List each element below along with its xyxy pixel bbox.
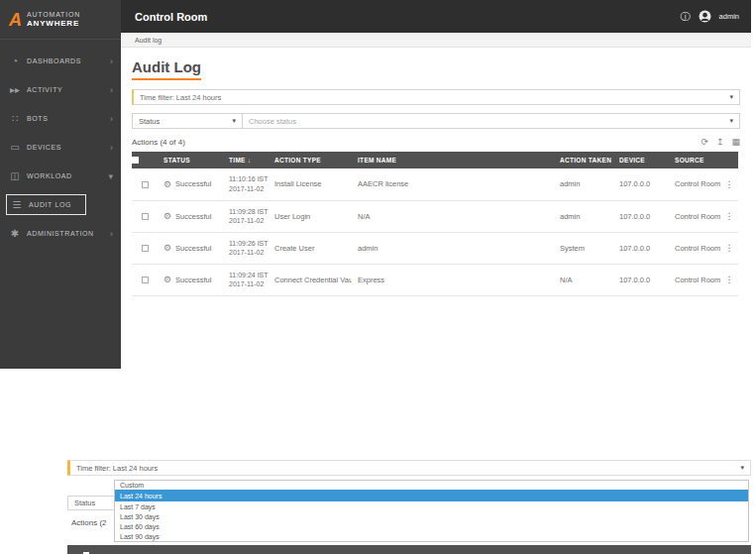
sort-descending-icon[interactable]: ↓ [248,157,252,164]
choose-status-select[interactable]: Choose status ▾ [242,113,740,129]
table-row[interactable]: ⚙Successful 11:10:16 IST2017-11-02 Insta… [132,168,738,200]
audit-log-icon: ☰ [10,199,24,210]
columns-icon[interactable]: ▦ [731,138,740,147]
sidebar-item-bots[interactable]: ∷ BOTS › [0,104,121,133]
source-value: Control Room [669,264,720,295]
row-checkbox[interactable] [142,245,149,252]
time-filter-options-list: Custom Last 24 hours Last 7 days Last 30… [114,480,749,542]
time-value: 11:10:16 IST [229,174,269,183]
option-last-24-hours[interactable]: Last 24 hours [115,490,748,501]
sidebar-item-label: DEVICES [27,144,110,151]
export-icon[interactable]: ↥ [716,138,724,147]
info-icon[interactable]: ⓘ [681,10,691,24]
status-select-label: Status [139,117,160,126]
user-avatar-icon[interactable] [699,10,711,23]
row-menu-icon[interactable]: ⋮ [725,179,734,189]
sidebar-item-label: BOTS [27,115,110,122]
option-last-60-days[interactable]: Last 60 days [115,521,748,531]
bot-status-icon: ⚙ [163,243,171,253]
logo-line2: ANYWHERE [27,19,80,28]
action-type-value: Install License [269,168,352,200]
time-value: 11:09:26 IST [229,239,269,248]
chevron-right-icon: › [110,85,113,95]
sidebar-nav: ◔ DASHBOARDS › ▸▸ ACTIVITY › ∷ BOTS › ▭ … [0,40,121,248]
row-menu-icon[interactable]: ⋮ [725,243,734,253]
table-row[interactable]: ⚙Successful 11:09:28 IST2017-11-02 User … [132,200,738,232]
chevron-right-icon: › [110,114,113,124]
table-row[interactable]: ⚙Successful 11:09:24 IST2017-11-02 Conne… [132,264,738,295]
device-value: 107.0.0.0 [613,264,669,295]
window-title: Control Room [135,11,207,23]
timefilter-dropdown-fragment: Time filter: Last 24 hours ▾ Status Acti… [67,460,751,554]
column-header-action-type: ACTION TYPE [269,152,352,168]
time-filter-select[interactable]: Time filter: Last 24 hours ▾ [132,89,740,105]
time-value: 11:09:24 IST [229,271,269,279]
status-value: Successful [175,179,211,188]
date-value: 2017-11-02 [229,248,269,257]
row-menu-icon[interactable]: ⋮ [725,211,734,221]
chevron-right-icon: › [110,143,113,153]
column-header-action-taken-by: ACTION TAKEN BY [554,152,613,168]
time-value: 11:09:28 IST [229,207,269,216]
column-header-time: TIME ↓ [223,152,269,168]
row-checkbox[interactable] [142,277,149,283]
chevron-down-icon: ▾ [729,93,733,101]
status-value: Successful [175,276,211,284]
select-all-checkbox[interactable] [132,157,139,164]
sidebar-item-devices[interactable]: ▭ DEVICES › [0,133,121,162]
selected-item-frame: ☰ AUDIT LOG [6,194,86,215]
automation-anywhere-logo: A AUTOMATION ANYWHERE [0,0,121,40]
sidebar-item-label: AUDIT LOG [29,201,71,208]
sidebar-item-administration[interactable]: ✱ ADMINISTRATION › [0,219,121,248]
column-header-menu [720,152,738,168]
user-name[interactable]: admin [719,12,739,21]
option-last-90-days[interactable]: Last 90 days [115,531,748,541]
device-value: 107.0.0.0 [613,232,669,264]
row-checkbox[interactable] [142,181,149,188]
actions-count-partial: Actions (2 [71,518,107,527]
option-custom[interactable]: Custom [115,481,748,490]
screenshot-stage: A AUTOMATION ANYWHERE ◔ DASHBOARDS › ▸▸ … [0,0,756,554]
sidebar-item-workload[interactable]: ◫ WORKLOAD ▾ [0,162,121,190]
source-value: Control Room [669,168,720,200]
column-header-item-name: ITEM NAME [352,152,554,168]
bots-icon: ∷ [8,113,22,124]
status-select-label: Status [74,499,95,507]
sidebar-item-audit-log[interactable]: ☰ AUDIT LOG [0,190,121,219]
status-value: Successful [175,212,211,221]
chevron-right-icon: › [110,56,113,66]
item-name-value: AAECR license [352,168,554,200]
logo-text: AUTOMATION ANYWHERE [27,11,80,28]
audit-log-table: STATUS TIME ↓ ACTION TYPE ITEM NAME ACTI… [132,152,738,296]
time-filter-select-focused[interactable]: Time filter: Last 24 hours ▾ [67,460,751,476]
action-taken-by-value: admin [554,168,613,200]
table-row[interactable]: ⚙Successful 11:09:26 IST2017-11-02 Creat… [132,232,738,264]
chevron-down-icon: ▾ [729,117,733,125]
refresh-icon[interactable]: ⟳ [701,138,708,147]
time-filter-value: Time filter: Last 24 hours [140,93,221,102]
action-taken-by-value: System [554,232,613,264]
option-last-7-days[interactable]: Last 7 days [115,501,748,511]
column-header-source: SOURCE [669,152,720,168]
date-value: 2017-11-02 [229,216,269,225]
option-last-30-days[interactable]: Last 30 days [115,511,748,521]
actions-toolbar: Actions (4 of 4) ⟳ ↥ ▦ [132,136,740,149]
action-taken-by-value: admin [554,200,613,232]
bot-status-icon: ⚙ [163,179,171,189]
status-select[interactable]: Status ▾ [132,113,243,129]
status-filter-row: Status ▾ Choose status ▾ [132,113,740,129]
topbar: Control Room ⓘ admin [121,0,751,33]
bot-status-icon: ⚙ [163,211,171,221]
sidebar-item-dashboards[interactable]: ◔ DASHBOARDS › [0,47,121,75]
breadcrumb-item[interactable]: Audit log [135,37,162,44]
item-name-value: admin [352,232,554,264]
sidebar-item-label: DASHBOARDS [27,57,110,64]
main-content: Audit Log Time filter: Last 24 hours ▾ S… [121,48,751,369]
sidebar-item-activity[interactable]: ▸▸ ACTIVITY › [0,75,121,104]
bot-status-icon: ⚙ [163,275,171,284]
row-menu-icon[interactable]: ⋮ [725,275,734,284]
actions-count: Actions (4 of 4) [132,138,185,147]
column-header-label: TIME [229,157,246,164]
row-checkbox[interactable] [142,213,149,220]
date-value: 2017-11-02 [229,184,269,193]
